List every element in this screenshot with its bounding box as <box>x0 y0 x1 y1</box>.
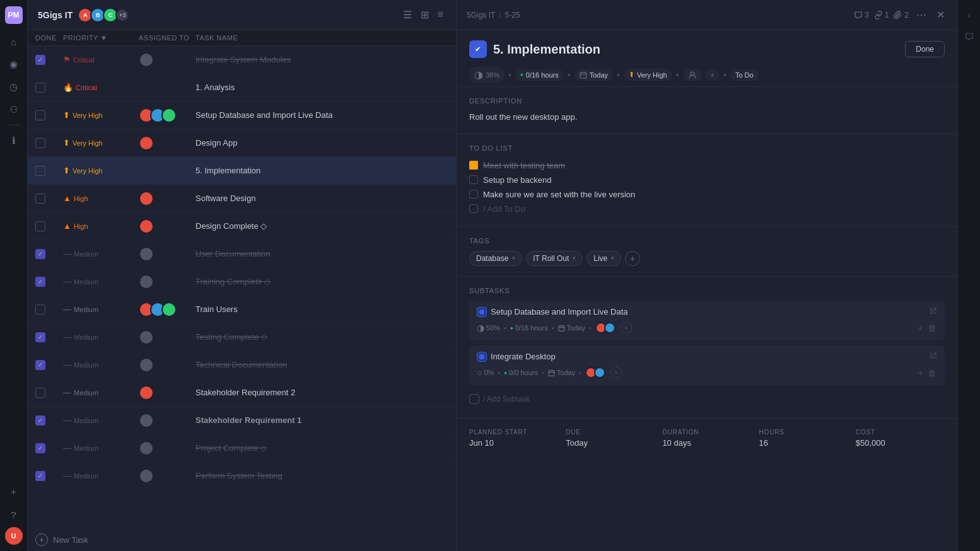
task-checkbox[interactable] <box>35 194 45 204</box>
close-panel-icon[interactable]: ✕ <box>934 6 947 23</box>
todo-checkbox[interactable] <box>469 190 478 199</box>
hours-chip[interactable]: ● 0/16 hours <box>515 69 564 81</box>
task-row[interactable]: —MediumTechnical Documentation <box>28 351 456 379</box>
todo-checkbox[interactable] <box>469 175 478 184</box>
hours-col-value[interactable]: 16 <box>759 438 848 448</box>
assignee-avatar[interactable] <box>139 246 154 262</box>
assignee-avatar[interactable] <box>139 468 154 484</box>
task-row[interactable]: —MediumStakeholder Requirement 2 <box>28 379 456 407</box>
comments-icon[interactable]: 3 <box>854 11 869 20</box>
task-row[interactable]: 🔥Critical1. Analysis <box>28 74 456 102</box>
task-checkbox[interactable] <box>35 415 45 426</box>
subtask-add-assignee[interactable]: + <box>621 322 632 334</box>
task-row[interactable]: ⬆Very High5. Implementation <box>28 157 456 185</box>
more-options-icon[interactable]: ⋯ <box>914 6 929 23</box>
duration-value[interactable]: 10 days <box>662 438 751 448</box>
todo-item[interactable]: Meet with testing team <box>469 158 945 173</box>
tag-chip[interactable]: IT Roll Out× <box>526 251 583 266</box>
priority-chip[interactable]: ⬆ Very High <box>624 69 672 81</box>
task-checkbox[interactable] <box>35 360 45 370</box>
assignee-avatar[interactable] <box>139 52 154 67</box>
filter-icon[interactable]: ≡ <box>435 6 446 23</box>
assignee-avatar[interactable] <box>161 302 177 317</box>
help-icon[interactable]: ? <box>4 504 24 525</box>
subtask-item[interactable]: Integrate Desktop○0%•●0/0 hours•Today•+ … <box>469 345 945 385</box>
home-icon[interactable]: ⌂ <box>4 32 24 52</box>
breadcrumb-project[interactable]: 5Gigs IT <box>467 11 495 20</box>
task-row[interactable]: —MediumUser Documentation <box>28 240 456 268</box>
add-assignee-chip[interactable]: + <box>706 69 720 81</box>
assignee-avatar[interactable] <box>139 191 154 206</box>
subtask-checkbox[interactable] <box>477 352 487 362</box>
cost-value[interactable]: $50,000 <box>856 438 945 448</box>
subtask-add-btn[interactable]: + <box>916 367 924 379</box>
col-priority[interactable]: PRIORITY ▼ <box>63 34 139 42</box>
date-chip[interactable]: Today <box>575 69 613 81</box>
task-checkbox[interactable] <box>35 277 45 287</box>
task-checkbox[interactable] <box>35 221 45 231</box>
task-row[interactable]: —MediumStakeholder Requirement 1 <box>28 407 456 434</box>
task-checkbox[interactable] <box>35 332 45 342</box>
tag-chip[interactable]: Database× <box>469 251 522 266</box>
status-chip[interactable]: To Do <box>730 69 759 81</box>
detail-task-title[interactable]: 5. Implementation <box>493 42 600 57</box>
users-icon[interactable]: ⚇ <box>4 100 24 120</box>
chat-sidebar-icon[interactable] <box>960 28 978 45</box>
add-todo-row[interactable]: / Add To Do <box>469 202 945 216</box>
add-task-row[interactable]: + New Task <box>28 528 456 551</box>
subtask-external-icon[interactable] <box>930 307 937 316</box>
task-checkbox[interactable] <box>35 249 45 259</box>
todo-item[interactable]: Setup the backend <box>469 173 945 187</box>
task-checkbox[interactable] <box>35 110 45 120</box>
progress-chip[interactable]: ◑ 38% <box>469 67 505 83</box>
avatar-extra[interactable]: +3 <box>115 8 129 22</box>
add-project-icon[interactable]: ＋ <box>4 482 24 502</box>
hamburger-icon[interactable]: ☰ <box>400 6 414 23</box>
task-row[interactable]: —MediumPerform System Testing <box>28 462 456 490</box>
breadcrumb-sprint[interactable]: 5-25 <box>505 11 520 20</box>
columns-icon[interactable]: ⊞ <box>418 6 431 23</box>
assignee-avatar[interactable] <box>139 136 154 151</box>
task-checkbox[interactable] <box>35 304 45 315</box>
task-checkbox[interactable] <box>35 388 45 398</box>
app-logo[interactable]: PM <box>5 6 23 24</box>
task-checkbox[interactable] <box>35 443 45 453</box>
description-text[interactable]: Roll out the new desktop app. <box>469 111 945 124</box>
assignee-avatar[interactable] <box>139 274 154 289</box>
tag-chip[interactable]: Live× <box>586 251 621 266</box>
add-tag-button[interactable]: + <box>625 251 640 266</box>
add-task-icon[interactable]: + <box>35 533 48 546</box>
clock-icon[interactable]: ◷ <box>4 77 24 97</box>
subtask-add-btn[interactable]: + <box>916 322 924 334</box>
done-button[interactable]: Done <box>905 41 945 57</box>
task-row[interactable]: ▲HighSoftware Design <box>28 185 456 212</box>
inbox-icon[interactable]: ◉ <box>4 54 24 74</box>
assignee-avatar[interactable] <box>139 219 154 234</box>
task-row[interactable]: ⬆Very HighSetup Database and Import Live… <box>28 102 456 129</box>
task-row[interactable]: ⬆Very HighDesign App <box>28 129 456 157</box>
subtask-add-assignee[interactable]: + <box>610 367 622 378</box>
tag-remove-icon[interactable]: × <box>572 255 576 262</box>
assignee-avatar[interactable] <box>139 330 154 345</box>
user-avatar-icon[interactable]: U <box>5 527 23 545</box>
collapse-panel-icon[interactable]: › <box>960 6 978 24</box>
assignee-avatar[interactable] <box>139 413 154 428</box>
assignee-avatar[interactable] <box>139 441 154 456</box>
task-row[interactable]: —MediumProject Complete ◇ <box>28 434 456 462</box>
task-checkbox[interactable] <box>35 55 45 65</box>
attachments-icon[interactable]: 2 <box>894 11 909 20</box>
subtask-external-icon[interactable] <box>930 352 937 361</box>
task-checkbox[interactable] <box>35 83 45 93</box>
subtask-delete-btn[interactable]: 🗑 <box>926 367 937 379</box>
task-row[interactable]: ⚑CriticalIntegrate System Modules <box>28 46 456 74</box>
planned-start-value[interactable]: Jun 10 <box>469 438 558 448</box>
subtask-checkbox[interactable] <box>477 307 487 317</box>
links-icon[interactable]: 1 <box>874 11 889 20</box>
task-checkbox[interactable] <box>35 471 45 481</box>
task-row[interactable]: —MediumTrain Users <box>28 296 456 323</box>
add-subtask-row[interactable]: / Add Subtask <box>469 390 945 408</box>
subtask-delete-btn[interactable]: 🗑 <box>926 322 937 334</box>
due-value[interactable]: Today <box>566 438 655 448</box>
info-icon[interactable]: ℹ <box>4 130 24 151</box>
task-checkbox[interactable] <box>35 138 45 148</box>
